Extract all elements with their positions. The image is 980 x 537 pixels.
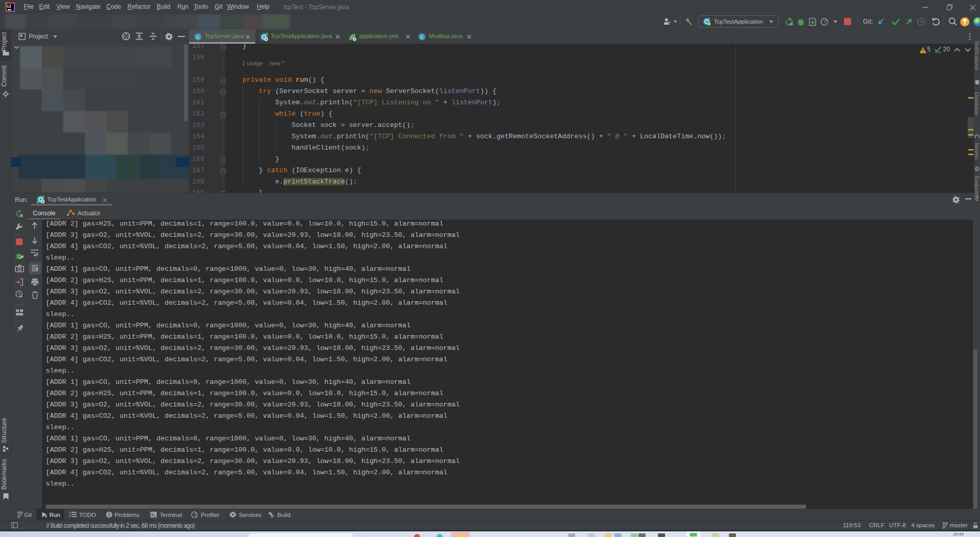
svg-text:C: C <box>420 34 424 40</box>
svg-text:C: C <box>196 34 200 40</box>
